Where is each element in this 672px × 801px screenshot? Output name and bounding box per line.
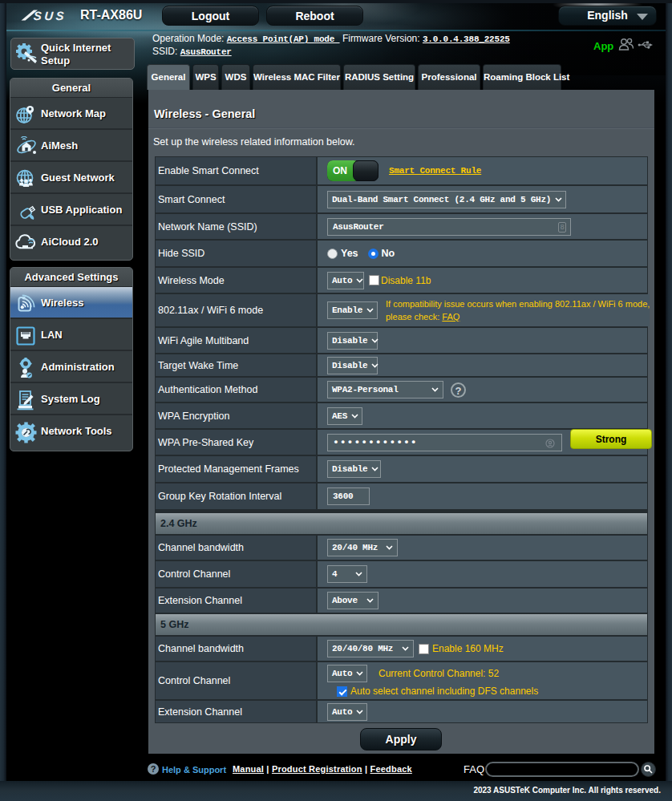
svg-text:SUS: SUS (33, 9, 67, 22)
